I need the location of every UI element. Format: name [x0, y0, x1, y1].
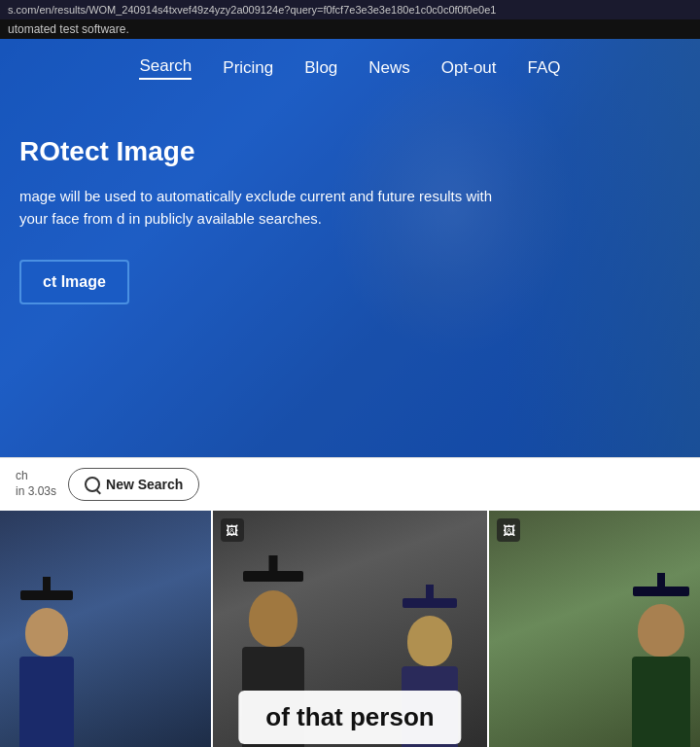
protect-button[interactable]: ct Image	[19, 260, 129, 304]
new-search-label: New Search	[106, 477, 183, 492]
protect-description: mage will be used to automatically exclu…	[19, 185, 506, 231]
image-slot-1[interactable]	[0, 511, 213, 747]
image-icon-2: 🖼	[221, 518, 244, 542]
search-result-info: ch in 3.03s	[16, 469, 56, 499]
caption-text: of that person	[265, 702, 434, 731]
automated-label: utomated test software.	[0, 19, 700, 39]
images-section: 🖼 🖼 of that person	[0, 511, 700, 747]
protect-title: ROtect Image	[19, 136, 671, 167]
nav-pricing[interactable]: Pricing	[223, 58, 273, 78]
nav-search[interactable]: Search	[139, 56, 192, 80]
search-actions-bar: ch in 3.03s New Search	[0, 457, 700, 511]
nav-optout[interactable]: Opt-out	[441, 58, 497, 78]
hero-section: Search Pricing Blog News Opt-out FAQ ROt…	[0, 39, 700, 457]
new-search-button[interactable]: New Search	[68, 468, 199, 501]
caption-box: of that person	[238, 691, 461, 744]
nav-news[interactable]: News	[368, 58, 410, 78]
search-icon	[85, 477, 100, 492]
image-icon-3: 🖼	[497, 518, 520, 542]
url-bar: s.com/en/results/WOM_240914s4txvef49z4yz…	[0, 0, 700, 19]
navbar: Search Pricing Blog News Opt-out FAQ	[0, 39, 700, 97]
nav-faq[interactable]: FAQ	[528, 58, 561, 78]
image-slot-3[interactable]: 🖼	[489, 511, 700, 747]
nav-blog[interactable]: Blog	[304, 58, 337, 78]
protect-section: ROtect Image mage will be used to automa…	[0, 97, 700, 334]
